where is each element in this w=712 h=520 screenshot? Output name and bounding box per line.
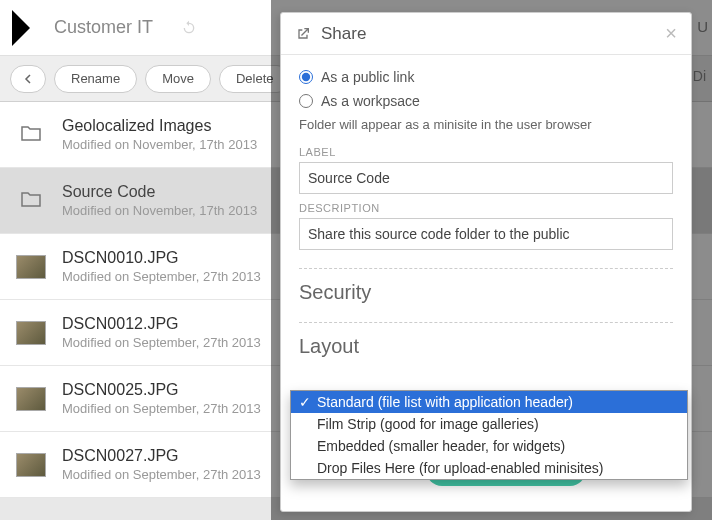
close-icon[interactable]: × [665, 22, 677, 45]
breadcrumb-label[interactable]: Customer IT [54, 17, 153, 38]
back-button[interactable] [10, 65, 46, 93]
description-input[interactable] [299, 218, 673, 250]
chevron-left-icon [23, 74, 33, 84]
item-subtitle: Modified on September, 27th 2013 [62, 269, 261, 284]
item-title: Geolocalized Images [62, 117, 257, 135]
item-subtitle: Modified on November, 17th 2013 [62, 137, 257, 152]
breadcrumb-root-arrow[interactable] [12, 10, 30, 46]
dropdown-option[interactable]: Standard (file list with application hea… [291, 391, 687, 413]
share-icon [295, 26, 311, 42]
modal-title: Share [321, 24, 665, 44]
item-title: DSCN0027.JPG [62, 447, 261, 465]
radio-public-label: As a public link [321, 69, 414, 85]
move-button[interactable]: Move [145, 65, 211, 93]
layout-section-heading[interactable]: Layout [299, 335, 673, 358]
refresh-icon[interactable] [181, 20, 197, 36]
image-thumbnail [16, 387, 46, 411]
modal-header: Share × [281, 13, 691, 55]
share-help-text: Folder will appear as a minisite in the … [299, 117, 673, 132]
label-input[interactable] [299, 162, 673, 194]
item-title: DSCN0025.JPG [62, 381, 261, 399]
rename-button[interactable]: Rename [54, 65, 137, 93]
item-subtitle: Modified on September, 27th 2013 [62, 401, 261, 416]
image-thumbnail [16, 453, 46, 477]
description-field-label: DESCRIPTION [299, 202, 673, 214]
folder-icon [16, 121, 46, 145]
divider [299, 268, 673, 269]
item-subtitle: Modified on September, 27th 2013 [62, 335, 261, 350]
dropdown-option[interactable]: Embedded (smaller header, for widgets) [291, 435, 687, 457]
security-section-heading[interactable]: Security [299, 281, 673, 304]
item-title: DSCN0012.JPG [62, 315, 261, 333]
item-title: Source Code [62, 183, 257, 201]
dropdown-option[interactable]: Film Strip (good for image galleries) [291, 413, 687, 435]
radio-workspace[interactable]: As a workpsace [299, 93, 673, 109]
folder-icon [16, 187, 46, 211]
layout-dropdown-menu[interactable]: Standard (file list with application hea… [290, 390, 688, 480]
label-field-label: LABEL [299, 146, 673, 158]
item-subtitle: Modified on September, 27th 2013 [62, 467, 261, 482]
radio-public-input[interactable] [299, 70, 313, 84]
divider [299, 322, 673, 323]
dropdown-option[interactable]: Drop Files Here (for upload-enabled mini… [291, 457, 687, 479]
radio-public-link[interactable]: As a public link [299, 69, 673, 85]
radio-workspace-label: As a workpsace [321, 93, 420, 109]
item-subtitle: Modified on November, 17th 2013 [62, 203, 257, 218]
image-thumbnail [16, 321, 46, 345]
radio-workspace-input[interactable] [299, 94, 313, 108]
image-thumbnail [16, 255, 46, 279]
item-title: DSCN0010.JPG [62, 249, 261, 267]
